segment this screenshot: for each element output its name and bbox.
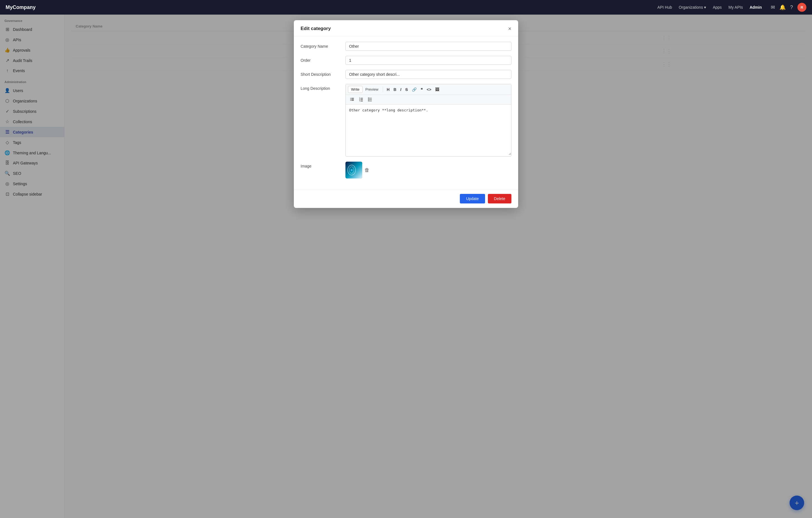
brand-logo[interactable]: MyCompany bbox=[6, 4, 36, 10]
category-image bbox=[345, 162, 362, 179]
image-preview-row: 🗑 bbox=[345, 162, 512, 179]
short-desc-input[interactable] bbox=[345, 70, 512, 79]
nav-admin[interactable]: Admin bbox=[750, 5, 762, 9]
help-icon[interactable]: ? bbox=[790, 4, 793, 10]
long-desc-label: Long Description bbox=[300, 84, 345, 91]
long-desc-row: Long Description Write Preview H B I S 🔗 bbox=[300, 84, 512, 157]
editor-btn-image[interactable]: 🖼 bbox=[433, 86, 441, 92]
image-delete-button[interactable]: 🗑 bbox=[365, 167, 370, 173]
nav-api-hub[interactable]: API Hub bbox=[658, 5, 672, 9]
svg-rect-13 bbox=[369, 98, 372, 99]
nav-my-apis[interactable]: My APIs bbox=[728, 5, 743, 9]
svg-rect-0 bbox=[350, 98, 351, 99]
image-preview bbox=[345, 162, 362, 179]
user-avatar[interactable]: R bbox=[798, 3, 806, 12]
modal-overlay[interactable]: Edit category × Category Name Order S bbox=[0, 15, 812, 518]
chevron-down-icon: ▾ bbox=[704, 5, 706, 9]
svg-rect-3 bbox=[351, 99, 354, 100]
svg-rect-2 bbox=[350, 99, 351, 100]
svg-rect-1 bbox=[351, 98, 354, 99]
editor-toolbar-row2: 1.2.3. bbox=[346, 95, 511, 105]
image-row: Image bbox=[300, 162, 512, 179]
top-navigation: MyCompany API Hub Organizations ▾ Apps M… bbox=[0, 0, 812, 15]
nav-apps[interactable]: Apps bbox=[713, 5, 722, 9]
long-desc-field: Write Preview H B I S 🔗 ❝ <> 🖼 bbox=[345, 84, 512, 157]
svg-rect-16 bbox=[368, 101, 369, 101]
order-label: Order bbox=[300, 56, 345, 62]
editor-btn-tasklist[interactable] bbox=[366, 96, 374, 103]
category-name-field bbox=[345, 42, 512, 51]
svg-rect-15 bbox=[369, 99, 372, 100]
category-name-row: Category Name bbox=[300, 42, 512, 51]
editor-btn-ordered-list[interactable]: 1.2.3. bbox=[357, 96, 365, 103]
editor-tab-preview[interactable]: Preview bbox=[362, 86, 381, 92]
order-row: Order bbox=[300, 56, 512, 65]
short-desc-row: Short Description bbox=[300, 70, 512, 79]
markdown-editor: Write Preview H B I S 🔗 ❝ <> 🖼 bbox=[345, 84, 512, 157]
nav-links: API Hub Organizations ▾ Apps My APIs Adm… bbox=[658, 5, 762, 9]
modal-close-button[interactable]: × bbox=[508, 26, 512, 31]
editor-btn-italic[interactable]: I bbox=[399, 86, 404, 92]
svg-rect-7 bbox=[360, 98, 363, 99]
modal-body: Category Name Order Short Description bbox=[294, 36, 518, 189]
modal-header: Edit category × bbox=[294, 20, 518, 36]
editor-btn-link[interactable]: 🔗 bbox=[410, 86, 418, 92]
short-desc-label: Short Description bbox=[300, 70, 345, 77]
nav-organizations[interactable]: Organizations ▾ bbox=[679, 5, 706, 9]
svg-rect-12 bbox=[368, 98, 369, 99]
update-button[interactable]: Update bbox=[460, 194, 485, 203]
modal-footer: Update Delete bbox=[294, 189, 518, 208]
order-input[interactable] bbox=[345, 56, 512, 65]
svg-rect-11 bbox=[360, 101, 363, 101]
short-desc-field bbox=[345, 70, 512, 79]
mail-icon[interactable]: ✉ bbox=[771, 4, 775, 10]
svg-rect-17 bbox=[369, 101, 372, 101]
svg-rect-5 bbox=[351, 100, 354, 101]
delete-button[interactable]: Delete bbox=[488, 194, 512, 203]
svg-text:3.: 3. bbox=[359, 100, 360, 102]
editor-tab-write[interactable]: Write bbox=[348, 86, 362, 93]
modal-title: Edit category bbox=[300, 26, 331, 31]
nav-icons: ✉ 🔔 ? R bbox=[771, 3, 806, 12]
editor-btn-quote[interactable]: ❝ bbox=[418, 86, 425, 92]
editor-btn-code[interactable]: <> bbox=[425, 86, 433, 92]
svg-rect-4 bbox=[350, 100, 351, 101]
editor-btn-bold[interactable]: B bbox=[392, 86, 398, 92]
category-name-input[interactable] bbox=[345, 42, 512, 51]
editor-btn-strikethrough[interactable]: S bbox=[404, 86, 410, 92]
svg-rect-9 bbox=[360, 99, 363, 100]
bell-icon[interactable]: 🔔 bbox=[780, 4, 786, 10]
image-label: Image bbox=[300, 162, 345, 168]
editor-btn-unordered-list[interactable] bbox=[348, 96, 356, 103]
toolbar-separator bbox=[383, 87, 383, 92]
edit-category-modal: Edit category × Category Name Order S bbox=[294, 20, 518, 208]
image-field: 🗑 bbox=[345, 162, 512, 179]
svg-point-21 bbox=[351, 169, 352, 171]
order-field bbox=[345, 56, 512, 65]
category-name-label: Category Name bbox=[300, 42, 345, 49]
editor-toolbar-row1: Write Preview H B I S 🔗 ❝ <> 🖼 bbox=[346, 84, 511, 95]
long-desc-textarea[interactable]: Other category **long description**. bbox=[346, 105, 511, 155]
svg-rect-14 bbox=[368, 99, 369, 100]
editor-btn-heading[interactable]: H bbox=[385, 86, 392, 92]
